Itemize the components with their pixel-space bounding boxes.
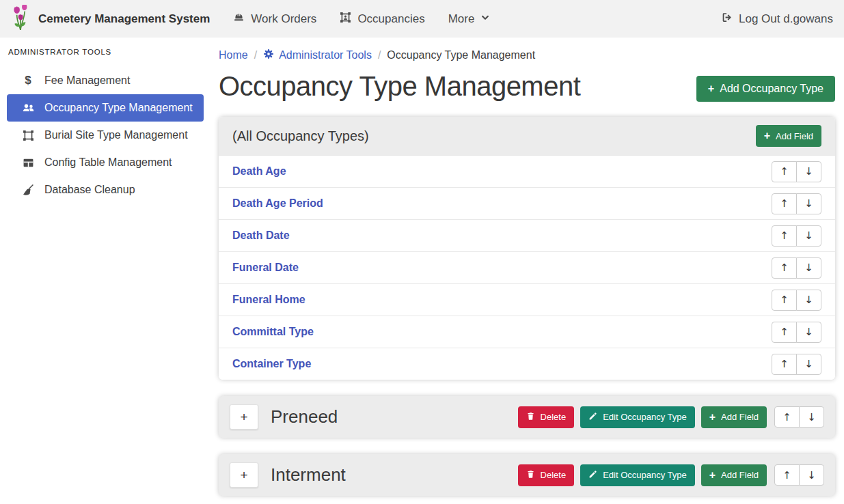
- reorder-controls: ↑ ↓: [772, 161, 821, 182]
- main-content: Home / Administrator Tools / Occupancy T…: [212, 38, 844, 504]
- add-field-button[interactable]: + Add Field: [701, 406, 767, 428]
- edit-occupancy-type-button[interactable]: Edit Occupancy Type: [580, 406, 695, 428]
- plus-icon: +: [708, 83, 714, 94]
- breadcrumb-current-page: Occupancy Type Management: [387, 49, 535, 61]
- field-row-funeral-home: Funeral Home ↑ ↓: [219, 283, 835, 316]
- sidebar-item-config-table-management[interactable]: Config Table Management: [7, 149, 204, 176]
- reorder-controls: ↑ ↓: [772, 290, 821, 311]
- move-down-button[interactable]: ↓: [796, 193, 821, 214]
- all-occupancy-types-card: (All Occupancy Types) + Add Field Death …: [219, 117, 835, 380]
- sidebar-item-occupancy-type-management[interactable]: Occupancy Type Management: [7, 94, 204, 122]
- framed-user-icon: [340, 12, 351, 27]
- dollar-icon: $: [21, 74, 36, 87]
- move-up-button[interactable]: ↑: [772, 257, 797, 279]
- plus-icon: +: [764, 130, 770, 141]
- breadcrumb-admin-tools-link[interactable]: Administrator Tools: [263, 48, 372, 62]
- sidebar-item-fee-management[interactable]: $ Fee Management: [7, 67, 204, 94]
- move-up-button[interactable]: ↑: [772, 193, 797, 214]
- move-up-button[interactable]: ↑: [772, 290, 797, 311]
- field-link[interactable]: Death Age: [232, 165, 286, 178]
- breadcrumb-admin-tools-label: Administrator Tools: [279, 49, 372, 61]
- trash-icon: [526, 470, 535, 481]
- sidebar-item-label: Occupancy Type Management: [44, 102, 193, 114]
- move-down-button[interactable]: ↓: [796, 257, 821, 279]
- move-down-button[interactable]: ↓: [799, 406, 824, 428]
- nav-more[interactable]: More: [448, 12, 491, 26]
- delete-button[interactable]: Delete: [518, 464, 575, 486]
- title-row: Occupancy Type Management + Add Occupanc…: [219, 70, 835, 102]
- sidebar-item-burial-site-type-management[interactable]: Burial Site Type Management: [7, 122, 204, 149]
- move-down-button[interactable]: ↓: [796, 354, 821, 375]
- sidebar-item-database-cleanup[interactable]: Database Cleanup: [7, 176, 204, 204]
- add-field-button[interactable]: + Add Field: [756, 125, 821, 147]
- nav-occupancies[interactable]: Occupancies: [340, 12, 424, 27]
- sidebar-item-label: Database Cleanup: [44, 184, 135, 196]
- delete-button[interactable]: Delete: [518, 406, 575, 428]
- edit-occupancy-type-label: Edit Occupancy Type: [603, 470, 687, 480]
- app-brand[interactable]: Cemetery Management System: [11, 5, 210, 33]
- move-up-button[interactable]: ↑: [772, 225, 797, 247]
- field-row-funeral-date: Funeral Date ↑ ↓: [219, 251, 835, 283]
- field-link[interactable]: Death Age Period: [232, 197, 323, 210]
- delete-label: Delete: [541, 470, 567, 480]
- move-down-button[interactable]: ↓: [796, 225, 821, 247]
- delete-label: Delete: [541, 412, 567, 422]
- plus-icon: +: [709, 470, 716, 481]
- move-up-button[interactable]: ↑: [772, 354, 797, 375]
- field-row-container-type: Container Type ↑ ↓: [219, 348, 835, 380]
- sidebar-item-label: Burial Site Type Management: [44, 129, 188, 141]
- breadcrumb-home-link[interactable]: Home: [219, 49, 248, 61]
- move-up-button[interactable]: ↑: [774, 464, 800, 486]
- field-link[interactable]: Funeral Home: [232, 294, 305, 306]
- move-up-button[interactable]: ↑: [774, 406, 800, 428]
- add-occupancy-type-button[interactable]: + Add Occupancy Type: [696, 76, 835, 102]
- section-title: Preneed: [271, 406, 518, 428]
- breadcrumb-separator: /: [254, 49, 257, 61]
- chevron-down-icon: [480, 12, 490, 26]
- section-title: Interment: [271, 464, 518, 486]
- move-up-button[interactable]: ↑: [772, 322, 797, 343]
- reorder-controls: ↑ ↓: [772, 354, 821, 375]
- field-link[interactable]: Death Date: [232, 229, 290, 242]
- reorder-controls: ↑ ↓: [772, 225, 821, 247]
- field-link[interactable]: Funeral Date: [232, 262, 299, 274]
- expand-button[interactable]: +: [230, 462, 258, 488]
- expand-button[interactable]: +: [230, 404, 258, 430]
- field-row-death-age-period: Death Age Period ↑ ↓: [219, 187, 835, 219]
- logout-button[interactable]: Log Out d.gowans: [721, 12, 833, 27]
- users-icon: [21, 102, 36, 113]
- reorder-controls: ↑ ↓: [774, 464, 824, 486]
- nav-work-orders-label: Work Orders: [251, 12, 316, 26]
- trash-icon: [526, 412, 535, 423]
- section-preneed: + Preneed Delete Edit Occupancy Type +: [219, 396, 835, 438]
- app-title: Cemetery Management System: [38, 12, 210, 26]
- table-icon: [21, 157, 36, 169]
- all-types-card-header: (All Occupancy Types) + Add Field: [219, 117, 835, 155]
- logout-label: Log Out d.gowans: [739, 12, 833, 26]
- add-field-button[interactable]: + Add Field: [701, 464, 767, 486]
- edit-occupancy-type-label: Edit Occupancy Type: [603, 412, 687, 422]
- move-down-button[interactable]: ↓: [796, 161, 821, 182]
- sign-out-icon: [721, 12, 733, 27]
- move-down-button[interactable]: ↓: [796, 290, 821, 311]
- add-occupancy-type-label: Add Occupancy Type: [720, 83, 823, 95]
- sidebar-item-label: Config Table Management: [44, 156, 172, 169]
- field-row-committal-type: Committal Type ↑ ↓: [219, 316, 835, 348]
- move-up-button[interactable]: ↑: [772, 161, 797, 182]
- hard-hat-icon: [233, 12, 245, 27]
- breadcrumb-separator: /: [378, 49, 381, 61]
- nav-work-orders[interactable]: Work Orders: [233, 12, 316, 27]
- nav-more-label: More: [448, 12, 475, 26]
- nav-occupancies-label: Occupancies: [357, 12, 424, 26]
- move-down-button[interactable]: ↓: [799, 464, 824, 486]
- tulip-logo-icon: [11, 5, 31, 33]
- pencil-icon: [588, 412, 597, 423]
- sidebar-heading: ADMINISTRATOR TOOLS: [8, 48, 212, 56]
- broom-icon: [21, 184, 36, 196]
- plus-icon: +: [709, 412, 716, 423]
- edit-occupancy-type-button[interactable]: Edit Occupancy Type: [580, 464, 695, 486]
- sidebar-item-label: Fee Management: [44, 74, 130, 87]
- field-link[interactable]: Committal Type: [232, 326, 314, 338]
- field-link[interactable]: Container Type: [232, 358, 311, 370]
- move-down-button[interactable]: ↓: [796, 322, 821, 343]
